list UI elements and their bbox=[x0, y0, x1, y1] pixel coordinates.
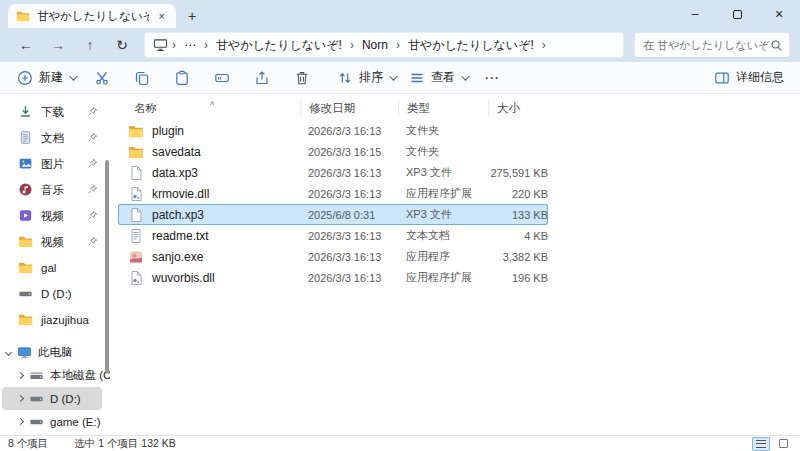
sidebar-item-downloads[interactable]: 下载 bbox=[6, 99, 102, 125]
file-size: 275,591 KB bbox=[488, 167, 556, 179]
copy-button[interactable] bbox=[122, 66, 162, 90]
column-header-type[interactable]: 类型 bbox=[398, 100, 488, 116]
file-name: plugin bbox=[152, 124, 184, 138]
sidebar-item-videos[interactable]: 视频 bbox=[6, 203, 102, 229]
application-icon bbox=[128, 249, 144, 265]
download-icon bbox=[18, 104, 34, 120]
view-toggles bbox=[752, 437, 792, 451]
sort-button-label: 排序 bbox=[359, 69, 383, 86]
breadcrumb-segment[interactable]: 甘やかしたりしないぞ! bbox=[212, 35, 346, 56]
command-bar: 新建 bbox=[0, 62, 800, 94]
sidebar-item-label: 音乐 bbox=[41, 183, 64, 198]
share-button[interactable] bbox=[242, 66, 282, 90]
sidebar-item-gal[interactable]: gal bbox=[6, 255, 102, 281]
view-button[interactable]: 查看 bbox=[402, 65, 474, 90]
sidebar-scrollbar[interactable] bbox=[105, 160, 109, 374]
folder-icon bbox=[18, 260, 34, 276]
chevron-down-icon bbox=[69, 72, 77, 80]
copy-icon bbox=[134, 70, 150, 86]
back-button[interactable]: ← bbox=[10, 32, 42, 58]
breadcrumb-segment[interactable]: 甘やかしたりしないぞ! bbox=[404, 35, 538, 56]
file-row-wuvorbis-dll[interactable]: wuvorbis.dll 2026/3/3 16:13 应用程序扩展 196 K… bbox=[118, 267, 548, 288]
sidebar-item-network[interactable]: 网络 bbox=[2, 433, 102, 435]
breadcrumb-ellipsis[interactable]: ⋯ bbox=[180, 36, 200, 54]
column-header-size[interactable]: 大小 bbox=[488, 100, 556, 116]
file-name-cell: wuvorbis.dll bbox=[118, 270, 300, 286]
maximize-button[interactable] bbox=[716, 0, 758, 28]
file-name: patch.xp3 bbox=[152, 208, 204, 222]
cut-button[interactable] bbox=[82, 66, 122, 90]
search-input[interactable] bbox=[643, 39, 770, 51]
breadcrumb[interactable]: › ⋯ › 甘やかしたりしないぞ! › Norn › 甘やかしたりしないぞ! › bbox=[144, 32, 624, 58]
file-explorer-window: 甘やかしたりしないぞ! × + – × ← → ↑ ↻ › ⋯ › 甘やかしたり… bbox=[0, 0, 800, 451]
chevron-down-icon[interactable] bbox=[5, 349, 12, 356]
sidebar-item-this-pc[interactable]: 此电脑 bbox=[2, 341, 102, 364]
sidebar-item-c-drive[interactable]: 本地磁盘 (C:) bbox=[2, 364, 102, 387]
rename-button[interactable] bbox=[202, 66, 242, 90]
file-type: 应用程序扩展 bbox=[398, 186, 488, 201]
sidebar-item-label: 下载 bbox=[41, 105, 64, 120]
folder-icon bbox=[18, 234, 34, 250]
details-pane-button[interactable]: 详细信息 bbox=[708, 65, 790, 90]
sidebar-item-e-drive[interactable]: game (E:) bbox=[2, 410, 102, 433]
file-name: wuvorbis.dll bbox=[152, 271, 215, 285]
search-box[interactable] bbox=[634, 32, 790, 58]
pin-icon bbox=[87, 184, 98, 195]
status-bar: 8 个项目 选中 1 个项目 132 KB bbox=[0, 435, 800, 451]
minimize-button[interactable]: – bbox=[674, 0, 716, 28]
sidebar-item-label: D (D:) bbox=[41, 288, 72, 300]
chevron-right-icon: › bbox=[540, 38, 548, 52]
file-list: 名称 ^ 修改日期 类型 大小 plugin 2026/3/3 16:13 文件… bbox=[110, 94, 800, 435]
sidebar-item-d-drive[interactable]: D (D:) bbox=[2, 387, 102, 410]
sidebar-item-label: 图片 bbox=[41, 157, 64, 172]
more-options-button[interactable]: ⋯ bbox=[474, 69, 510, 87]
explorer-tab[interactable]: 甘やかしたりしないぞ! × bbox=[8, 4, 176, 28]
new-button[interactable]: 新建 bbox=[10, 65, 82, 90]
sidebar-item-documents[interactable]: 文档 bbox=[6, 125, 102, 151]
file-type: XP3 文件 bbox=[398, 207, 488, 222]
forward-button[interactable]: → bbox=[42, 32, 74, 58]
plus-circle-icon bbox=[17, 70, 33, 86]
refresh-button[interactable]: ↻ bbox=[106, 32, 138, 58]
column-header-date[interactable]: 修改日期 bbox=[300, 100, 398, 116]
file-row-sanjo-exe[interactable]: sanjo.exe 2026/3/3 16:13 应用程序 3,382 KB bbox=[118, 246, 548, 267]
file-row-patch-xp3[interactable]: patch.xp3 2025/6/8 0:31 XP3 文件 133 KB bbox=[118, 204, 548, 225]
sidebar-item-pictures[interactable]: 图片 bbox=[6, 151, 102, 177]
file-date: 2025/6/8 0:31 bbox=[300, 209, 398, 221]
drive-icon bbox=[18, 286, 34, 302]
sidebar-item-label: 视频 bbox=[41, 235, 64, 250]
file-row-krmovie-dll[interactable]: krmovie.dll 2026/3/3 16:13 应用程序扩展 220 KB bbox=[118, 183, 548, 204]
icons-view-toggle[interactable] bbox=[774, 437, 792, 451]
column-header-name[interactable]: 名称 ^ bbox=[118, 100, 300, 116]
file-row-readme-txt[interactable]: readme.txt 2026/3/3 16:13 文本文档 4 KB bbox=[118, 225, 548, 246]
close-button[interactable]: × bbox=[758, 0, 800, 28]
sidebar-item-label: gal bbox=[41, 262, 56, 274]
file-date: 2026/3/3 16:13 bbox=[300, 125, 398, 137]
up-button[interactable]: ↑ bbox=[74, 32, 106, 58]
details-view-toggle[interactable] bbox=[752, 437, 770, 451]
chevron-right-icon[interactable] bbox=[17, 372, 24, 379]
file-row-plugin[interactable]: plugin 2026/3/3 16:13 文件夹 bbox=[118, 120, 548, 141]
file-type: 应用程序扩展 bbox=[398, 270, 488, 285]
sort-button[interactable]: 排序 bbox=[330, 65, 402, 90]
sidebar-item-label: jiazujihua bbox=[41, 314, 89, 326]
delete-button[interactable] bbox=[282, 66, 322, 90]
column-headers: 名称 ^ 修改日期 类型 大小 bbox=[118, 96, 556, 120]
paste-button[interactable] bbox=[162, 66, 202, 90]
file-type: 应用程序 bbox=[398, 249, 488, 264]
sidebar-item-d-drive-pinned[interactable]: D (D:) bbox=[6, 281, 102, 307]
file-date: 2026/3/3 16:13 bbox=[300, 167, 398, 179]
new-tab-button[interactable]: + bbox=[188, 4, 196, 28]
sidebar-item-music[interactable]: 音乐 bbox=[6, 177, 102, 203]
sidebar-item-jiazujihua[interactable]: jiazujihua bbox=[6, 307, 102, 333]
sidebar-item-label: 此电脑 bbox=[38, 345, 73, 360]
sidebar-separator bbox=[0, 333, 110, 341]
tab-close-icon[interactable]: × bbox=[156, 10, 168, 22]
breadcrumb-segment[interactable]: Norn bbox=[358, 36, 392, 54]
sidebar-item-videos-folder[interactable]: 视频 bbox=[6, 229, 102, 255]
file-type: 文件夹 bbox=[398, 144, 488, 159]
chevron-right-icon[interactable] bbox=[17, 395, 24, 402]
file-row-savedata[interactable]: savedata 2026/3/3 16:15 文件夹 bbox=[118, 141, 548, 162]
chevron-right-icon[interactable] bbox=[17, 418, 24, 425]
file-row-data-xp3[interactable]: data.xp3 2026/3/3 16:13 XP3 文件 275,591 K… bbox=[118, 162, 548, 183]
